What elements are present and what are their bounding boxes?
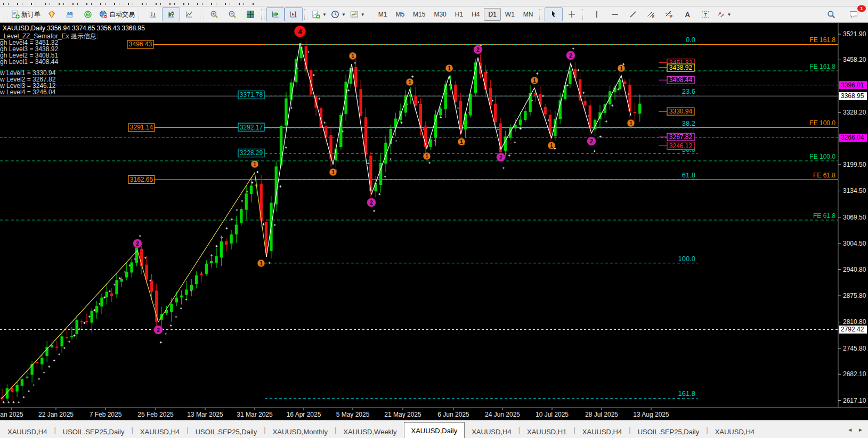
svg-text:F: F: [670, 15, 672, 19]
tiles-icon: [246, 10, 255, 19]
svg-text:24 Jun 2025: 24 Jun 2025: [485, 411, 520, 418]
horizontal-line-button[interactable]: [606, 7, 624, 21]
svg-text:XAUUSD,Daily 3356.94 3374.65: XAUUSD,Daily 3356.94 3374.65 3356.43 336…: [3, 25, 145, 32]
crosshair-button[interactable]: [563, 7, 581, 21]
magnifier-icon: [827, 10, 835, 19]
chart-shift-button[interactable]: [285, 7, 303, 21]
chart-tab-bar: XAUUSD,H4|USOIL.SEP25,Daily|XAUUSD,H4|US…: [0, 420, 868, 438]
charts-community-button[interactable]: [61, 7, 79, 21]
timeframe-m1-button[interactable]: M1: [374, 8, 392, 21]
tab-usoil-sep25-daily-1[interactable]: USOIL.SEP25,Daily: [56, 425, 132, 438]
tile-windows-button[interactable]: [241, 7, 259, 21]
zoom-in-button[interactable]: [205, 7, 223, 21]
svg-text:1: 1: [331, 169, 335, 175]
svg-text:21 May 2025: 21 May 2025: [384, 411, 421, 418]
svg-text:1: 1: [550, 143, 553, 149]
auto-scroll-button[interactable]: [266, 7, 285, 21]
text-button[interactable]: A: [678, 7, 696, 21]
signal-icon: [84, 10, 92, 19]
tab-xauusd-h4-2[interactable]: XAUUSD,H4: [133, 425, 186, 438]
svg-text:3246.12: 3246.12: [669, 142, 693, 150]
auto-trading-label: 自动交易: [109, 10, 135, 19]
new-order-button[interactable]: 新订单: [9, 7, 43, 21]
tab-xauusd-h4-9[interactable]: XAUUSD,H4: [575, 425, 629, 438]
svg-text:61.8: 61.8: [682, 171, 695, 179]
timeframe-mn-button[interactable]: MN: [519, 8, 538, 21]
channel-icon: E: [647, 10, 655, 19]
dropdown-arrow-icon[interactable]: ▼: [342, 12, 346, 17]
new-chart-button[interactable]: ▼: [310, 7, 329, 21]
dropdown-arrow-icon[interactable]: ▼: [727, 12, 732, 17]
trendline-icon: [629, 10, 637, 19]
svg-text:7 Feb 2025: 7 Feb 2025: [90, 411, 122, 418]
timeframe-m15-button[interactable]: M15: [409, 8, 429, 21]
svg-text:100.0: 100.0: [678, 255, 695, 263]
search-button[interactable]: [822, 7, 840, 21]
svg-text:T: T: [704, 12, 707, 18]
fibonacci-retracement-button[interactable]: F: [660, 7, 678, 21]
arrows-button[interactable]: ▼: [715, 7, 734, 21]
candles-layer: [1, 40, 641, 401]
line-chart-mode-button[interactable]: [180, 7, 198, 21]
tab-usoil-sep25-daily-10[interactable]: USOIL.SEP25,Daily: [631, 425, 707, 438]
trendline-button[interactable]: [624, 7, 642, 21]
timeframe-h1-button[interactable]: H1: [451, 8, 467, 21]
semafor-layer: 22114112111122112211: [133, 26, 635, 335]
market-gem-button[interactable]: [43, 7, 61, 21]
svg-text:13 Mar 2025: 13 Mar 2025: [187, 411, 223, 418]
chart-window[interactable]: FE 161.8FE 100.0FE 61.8FE 161.8FE 100.0F…: [0, 23, 868, 420]
svg-text:5 May 2025: 5 May 2025: [336, 411, 370, 418]
tab-scroll-left-icon[interactable]: ◄: [845, 426, 855, 434]
vertical-line-button[interactable]: [588, 7, 606, 21]
notifications-button[interactable]: 1: [845, 7, 863, 21]
tab-usoil-sep25-daily-3[interactable]: USOIL.SEP25,Daily: [189, 425, 264, 438]
tab-xauusd-h4-7[interactable]: XAUUSD,H4: [465, 425, 518, 438]
svg-text:2: 2: [476, 47, 480, 53]
tab-xauusd-weekly-5[interactable]: XAUUSD,Weekly: [336, 425, 403, 438]
equidistant-channel-button[interactable]: E: [642, 7, 660, 21]
chart-canvas[interactable]: FE 161.8FE 100.0FE 61.8FE 161.8FE 100.0F…: [0, 23, 868, 420]
toolbar: 新订单自动交易▼▼▼M1M5M15M30H1H4D1W1MNEFAT▼1: [0, 6, 868, 23]
tab-xauusd-monthly-4[interactable]: XAUUSD,Monthly: [266, 425, 335, 438]
dropdown-arrow-icon[interactable]: ▼: [361, 12, 365, 17]
bar-chart-mode-button[interactable]: [144, 7, 162, 21]
tab-xauusd-h4-0[interactable]: XAUUSD,H4: [1, 425, 54, 438]
tab-xauusd-h1-8[interactable]: XAUUSD,H1: [520, 425, 573, 438]
timeframe-h4-button[interactable]: H4: [467, 8, 484, 21]
date-axis[interactable]: an 202522 Jan 20257 Feb 202525 Feb 20251…: [0, 408, 868, 418]
svg-text:3458.20: 3458.20: [843, 56, 866, 63]
periods-button[interactable]: ▼: [329, 7, 348, 21]
svg-text:3228.29: 3228.29: [240, 149, 263, 157]
indicators-button[interactable]: ▼: [348, 7, 367, 21]
tab-xauusd-daily-6[interactable]: XAUUSD,Daily: [404, 422, 465, 438]
timeframe-m5-button[interactable]: M5: [391, 8, 409, 21]
candlestick-mode-button[interactable]: [162, 7, 180, 21]
fib-retracement-lines: 0.023.638.250.061.8100.0161.8: [265, 36, 698, 398]
svg-text:E: E: [652, 15, 655, 19]
svg-text:3134.50: 3134.50: [843, 187, 866, 194]
hline-icon: [611, 10, 619, 19]
svg-text:1: 1: [448, 66, 451, 71]
timeframe-d1-button[interactable]: D1: [484, 8, 500, 21]
svg-text:an 2025: an 2025: [0, 411, 23, 418]
toolbar-separator: [304, 9, 308, 20]
svg-text:3496.43: 3496.43: [129, 40, 152, 48]
timeframe-w1-button[interactable]: W1: [501, 8, 519, 21]
tab-xauusd-h4-11[interactable]: XAUUSD,H4: [708, 425, 761, 438]
cursor-button[interactable]: [545, 7, 563, 21]
auto-trading-button[interactable]: 自动交易: [97, 7, 137, 21]
toolbar-separator: [539, 9, 543, 20]
signals-button[interactable]: [79, 7, 97, 21]
tab-scroll-right-icon[interactable]: ►: [856, 426, 865, 434]
text-label-button[interactable]: T: [696, 7, 715, 21]
price-axis[interactable]: 3521.903458.203328.203199.503134.503069.…: [838, 23, 867, 408]
text-a-icon: A: [683, 10, 692, 19]
svg-text:3408.44: 3408.44: [669, 76, 693, 84]
cursor-icon: [549, 10, 558, 19]
zoom-out-button[interactable]: [223, 7, 241, 21]
svg-text:3328.20: 3328.20: [843, 109, 866, 116]
svg-text:2875.80: 2875.80: [843, 292, 866, 299]
timeframe-m30-button[interactable]: M30: [429, 8, 450, 21]
dropdown-arrow-icon[interactable]: ▼: [322, 12, 327, 17]
bars-icon: [149, 10, 157, 19]
